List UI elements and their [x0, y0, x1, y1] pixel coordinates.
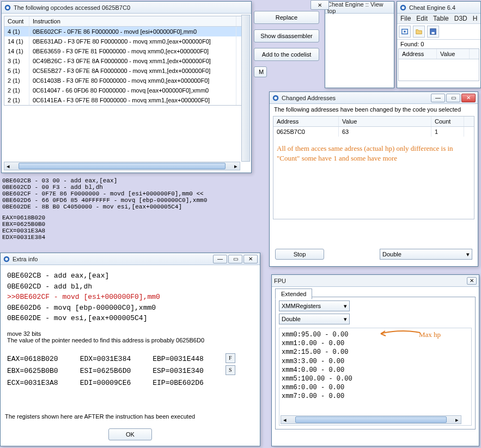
extra-code-line: 0BE602CD - add bl,dh [7, 281, 253, 292]
minimize-button[interactable]: — [431, 94, 445, 102]
ok-button[interactable]: OK [108, 428, 152, 440]
disasm-line: 0BE602CD - 00 F3 - add bl,dh [2, 184, 251, 191]
fpu-reg-line: xmm5:100.00 - 0.00 [282, 375, 469, 383]
opcodes-vscroll[interactable] [241, 15, 250, 162]
ce-icon [3, 255, 10, 263]
close-button[interactable]: ✕ [461, 94, 476, 102]
menu-d3d[interactable]: D3D [454, 15, 467, 22]
changed-row[interactable]: 0625B7C0631 [273, 127, 474, 137]
extra-regs-col: EBP=0031E448ESP=0031E340EIP=0BE602D6 [153, 353, 204, 389]
opcodes-table[interactable]: Count Instruction 4 (1)0BE602CF - 0F7E 8… [4, 16, 249, 106]
scroll-left-icon[interactable]: ◂ [281, 416, 289, 424]
scroll-right-icon[interactable]: ▸ [453, 416, 461, 424]
row-count: 14 (1) [4, 46, 29, 56]
svg-point-11 [274, 96, 277, 99]
extra-title: Extra info [13, 256, 213, 262]
fpu-panel: FPU ✕ Extended XMMRegisters ▾ Double ▾ x… [271, 274, 479, 446]
maximize-button[interactable]: ▭ [446, 94, 460, 102]
opcodes-row[interactable]: 2 (1)0C6141EA - F3 0F7E 88 F0000000 - mo… [4, 95, 248, 105]
opcodes-hscroll[interactable]: ◂ ▸ [4, 162, 240, 170]
fpu-reg-line: xmm1:0.00 - 0.00 [282, 339, 469, 348]
ce-col-address[interactable]: Address [399, 49, 437, 59]
extra-regs-grid: EAX=0618B020EBX=0625B0B0ECX=0031E3A8EDX=… [7, 353, 253, 389]
fpu-regset-value: XMMRegisters [282, 303, 321, 309]
opcodes-row[interactable]: 3 (1)0C49B26C - F3 0F7E 8A F0000000 - mo… [4, 56, 248, 66]
cell-count: 1 [431, 127, 464, 137]
disasm-line: 0BE602CF - 0F7E 86 F0000000 - movd [esi+… [2, 191, 251, 197]
changed-col-addr[interactable]: Address [273, 116, 339, 126]
more-button[interactable]: M [254, 66, 267, 77]
opcodes-row[interactable]: 14 (1)0BE631AD - F3 0F7E 80 F0000000 - m… [4, 36, 248, 46]
menu-h[interactable]: H [473, 15, 478, 22]
minimize-button[interactable]: — [213, 255, 227, 263]
s-button[interactable]: S [226, 365, 235, 375]
close-button[interactable]: ✕ [467, 277, 477, 285]
opcodes-row[interactable]: 2 (1)0C61403B - F3 0F7E 80 F0000000 - mo… [4, 76, 248, 85]
stop-button[interactable]: Stop [275, 249, 324, 260]
opcodes-row[interactable]: 5 (1)0C5E5B27 - F3 0F7E 8A F0000000 - mo… [4, 66, 248, 76]
close-button[interactable]: ✕ [310, 0, 329, 10]
extra-titlebar: Extra info — ▭ ✕ [1, 253, 260, 265]
changed-type-select[interactable]: Double ▾ [380, 249, 472, 260]
opcodes-row[interactable]: 4 (1)0BE602CF - 0F7E 86 F0000000 - movd … [4, 27, 248, 36]
save-icon[interactable] [427, 26, 439, 38]
disasm-line: 0BE602DE - 8B B0 C4050000 - mov esi,[eax… [2, 204, 251, 210]
extra-note1: move 32 bits [7, 330, 253, 337]
show-disassembler-button[interactable]: Show disassembler [254, 29, 319, 42]
extra-code-line: >>0BE602CF - movd [esi+000000F0],mm0 [7, 292, 253, 303]
fpu-tab-extended[interactable]: Extended [275, 289, 312, 299]
scroll-thumb[interactable] [295, 416, 447, 423]
row-instr: 0C6141EA - F3 0F7E 88 F0000000 - movq xm… [29, 95, 236, 105]
cheat-engine-main-window: Cheat Engine 6.4 File Edit Table D3D H F… [397, 1, 481, 88]
row-instr: 0C49B26C - F3 0F7E 8A F0000000 - movq xm… [29, 56, 236, 66]
arrow-icon [378, 328, 421, 341]
opcodes-col-instr[interactable]: Instruction [29, 16, 236, 26]
extra-regs-col: EAX=0618B020EBX=0625B0B0ECX=0031E3A8 [7, 353, 58, 389]
viewtop-title: Cheat Engine :: View top [327, 1, 392, 14]
extra-footer: The registers shown here are AFTER the i… [5, 413, 195, 420]
fpu-regset-select[interactable]: XMMRegisters ▾ [279, 300, 350, 311]
add-codelist-button[interactable]: Add to the codelist [254, 48, 319, 61]
changed-table[interactable]: Address Value Count 0625B7C0631 All of t… [273, 116, 474, 219]
disasm-line: 0BE602CB - 03 00 - add eax,[eax] [2, 177, 251, 184]
opcodes-row[interactable]: 2 (1)0C614047 - 66 0FD6 80 F0000000 - mo… [4, 85, 248, 95]
reg-summary: EAX=0618B020EBX=0625B0B0ECX=0031E3A8EDX=… [2, 214, 251, 241]
scroll-left-icon[interactable]: ◂ [4, 163, 12, 170]
opcodes-col-count[interactable]: Count [4, 16, 29, 26]
fpu-hscroll[interactable]: ◂ ▸ [281, 415, 461, 424]
fpu-inner: XMMRegisters ▾ Double ▾ xmm0:95.00 - 0.0… [275, 297, 476, 429]
f-button[interactable]: F [226, 353, 235, 363]
changed-col-count[interactable]: Count [431, 116, 464, 126]
scroll-thumb[interactable] [19, 163, 226, 169]
menu-file[interactable]: File [400, 15, 411, 22]
opcodes-header: Count Instruction [4, 16, 248, 27]
reg-cell: EBP=0031E448 [153, 353, 204, 365]
ce-icon [399, 4, 407, 11]
replace-button[interactable]: Replace [254, 11, 319, 24]
menu-table[interactable]: Table [433, 15, 449, 22]
opcodes-rows: 4 (1)0BE602CF - 0F7E 86 F0000000 - movd … [4, 27, 248, 105]
folder-icon[interactable] [413, 26, 425, 38]
maximize-button[interactable]: ▭ [228, 255, 242, 263]
extra-ok-row: OK [1, 428, 260, 440]
row-count: 2 (1) [4, 76, 29, 85]
ce-results-table[interactable]: Address Value [398, 48, 479, 81]
reg-line: EBX=0625B0B0 [2, 221, 251, 228]
ce-title: Cheat Engine 6.4 [409, 4, 478, 11]
ce-col-value[interactable]: Value [437, 49, 470, 59]
ce-icon [4, 4, 11, 11]
changed-col-val[interactable]: Value [339, 116, 431, 126]
chevron-down-icon: ▾ [466, 251, 470, 258]
fpu-body: Extended XMMRegisters ▾ Double ▾ xmm0:95… [272, 287, 479, 433]
opcodes-row[interactable]: 14 (1)0BE63659 - F3 0F7E 81 F0000000 - m… [4, 46, 248, 56]
open-process-icon[interactable] [399, 26, 411, 38]
menu-edit[interactable]: Edit [416, 15, 428, 22]
fpu-fmt-value: Double [282, 316, 301, 322]
extra-note2: The value of the pointer needed to find … [7, 337, 253, 343]
close-button[interactable]: ✕ [243, 255, 258, 263]
browser-tab-window: Cheat Engine :: View top [325, 1, 394, 88]
fpu-fmt-select[interactable]: Double ▾ [279, 314, 350, 324]
extra-regs-col: EDX=0031E384ESI=0625B6D0EDI=00009CE6 [80, 353, 131, 389]
scroll-right-icon[interactable]: ▸ [232, 163, 240, 170]
row-count: 5 (1) [4, 66, 29, 76]
